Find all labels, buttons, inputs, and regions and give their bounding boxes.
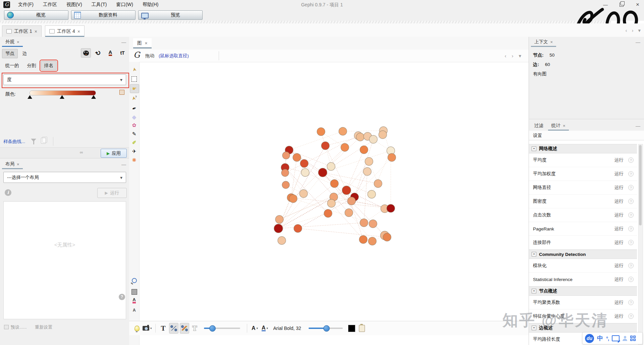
label-size-button[interactable]: tT (118, 49, 127, 57)
graph-node[interactable] (278, 236, 286, 245)
ime-user-icon[interactable] (623, 339, 627, 341)
help-icon[interactable]: ? (628, 226, 634, 231)
heatmap-diamond-tool[interactable]: ◆ (130, 113, 139, 121)
stats-run-button[interactable]: 运行 (614, 263, 624, 269)
graph-node[interactable] (368, 237, 376, 245)
chevron-down-icon[interactable]: ▾ (257, 327, 258, 330)
graph-node[interactable] (360, 219, 368, 227)
minimize-panel-icon[interactable]: — (121, 40, 126, 45)
layout-select[interactable]: ---选择一个布局 ▾ (3, 172, 126, 183)
edit-node-tool[interactable]: ➤? (130, 94, 139, 102)
direct-select-tool[interactable]: ➤ (130, 65, 139, 74)
graph-node[interactable] (363, 167, 371, 176)
close-tab-icon[interactable]: × (563, 123, 566, 128)
stats-section-header-0[interactable]: ▾网络概述 (529, 144, 637, 153)
stats-run-button[interactable]: 运行 (614, 157, 624, 163)
copy-appearance-icon[interactable] (41, 138, 46, 144)
drag-hint-link[interactable]: (鼠标选取直径) (159, 53, 189, 59)
tab-context[interactable]: 上下文 × (531, 38, 556, 46)
ime-keyboard-icon[interactable] (612, 335, 620, 341)
color-gradient-bar[interactable] (30, 90, 96, 95)
graph-node[interactable] (369, 135, 377, 143)
layout-info-icon[interactable]: i (5, 189, 11, 196)
graph-tab-scroll-chevron-2[interactable]: ▾ (519, 53, 521, 59)
drag-tool[interactable]: ☛ (130, 84, 139, 93)
label-size-mode-button[interactable]: A▾ (261, 323, 269, 333)
shortest-path-tool[interactable]: ✿ (130, 121, 139, 129)
stats-run-button[interactable]: 运行 (614, 212, 624, 218)
close-tab-icon[interactable]: × (17, 40, 19, 45)
workspace-tab-1[interactable]: 工作区 1× (2, 25, 42, 37)
label-color-mode-button[interactable]: A▾ (251, 323, 259, 333)
element-tab-边[interactable]: 边 (19, 49, 31, 58)
close-tab-icon[interactable]: × (550, 40, 553, 45)
help-icon[interactable]: ? (119, 294, 125, 300)
view-button-2[interactable]: 预览 (138, 10, 203, 20)
rectangle-select-tool[interactable] (130, 75, 139, 83)
graph-node[interactable] (369, 220, 377, 228)
collapse-icon[interactable]: ▾ (532, 252, 536, 257)
close-tab-icon[interactable]: × (77, 29, 80, 34)
reset-link[interactable]: 重新设置 (35, 324, 52, 330)
graph-node[interactable] (387, 204, 395, 212)
background-color-tool[interactable] (130, 288, 139, 296)
graph-node[interactable] (347, 197, 356, 205)
help-icon[interactable]: ? (628, 277, 634, 282)
graph-node[interactable] (339, 127, 347, 135)
mode-tab-分割[interactable]: 分割 (24, 61, 40, 70)
graph-node[interactable] (360, 146, 368, 154)
minimize-panel-icon[interactable]: — (636, 40, 640, 45)
stats-run-button[interactable]: 运行 (614, 185, 624, 191)
collapse-icon[interactable]: ▾ (532, 146, 536, 151)
graph-node[interactable] (318, 168, 327, 177)
graph-node[interactable] (317, 128, 325, 136)
tab-appearance[interactable]: 外观 × (2, 38, 23, 46)
help-icon[interactable]: ? (628, 157, 634, 163)
close-tab-icon[interactable]: × (35, 29, 37, 34)
filter-funnel-icon[interactable] (31, 139, 36, 142)
gradient-marker-right[interactable] (91, 95, 96, 99)
label-size-tool[interactable]: A (130, 306, 139, 314)
label-size-slider[interactable] (309, 328, 343, 329)
show-edge-labels-button[interactable]: T (191, 323, 199, 333)
reset-zoom-tool[interactable] (130, 276, 139, 285)
graph-node[interactable] (345, 209, 353, 217)
graph-node[interactable] (356, 133, 364, 141)
graph-node[interactable] (275, 215, 283, 223)
menu-item-2[interactable]: 视图(V) (62, 0, 86, 9)
presets-link[interactable]: 预设...... (11, 324, 27, 330)
airplane-tool[interactable]: ✈ (130, 147, 139, 155)
graph-node[interactable] (301, 168, 309, 177)
stats-run-button[interactable]: 运行 (614, 239, 624, 246)
slider-knob[interactable] (323, 325, 330, 332)
scrollbar[interactable] (638, 144, 643, 345)
tab-layout[interactable]: 布局 × (2, 160, 23, 168)
graph-node[interactable] (281, 169, 289, 177)
stats-run-button[interactable]: 运行 (614, 198, 624, 204)
ime-punctuation-toggle[interactable]: °, (606, 336, 609, 341)
highlighter-tool[interactable]: ✐ (130, 138, 139, 147)
help-icon[interactable]: ? (628, 199, 634, 204)
menu-item-5[interactable]: 帮助(H) (139, 0, 162, 9)
close-tab-icon[interactable]: × (17, 162, 19, 167)
graph-node[interactable] (359, 235, 367, 244)
graph-tab-scroll-chevron-1[interactable]: › (512, 53, 513, 59)
graph-node[interactable] (388, 153, 396, 161)
label-color-button[interactable]: A (106, 49, 115, 57)
tab-统计[interactable]: 统计× (548, 121, 569, 130)
splines-link[interactable]: 样条曲线... (3, 139, 25, 145)
size-button[interactable]: ↻ (94, 49, 103, 57)
font-color-button[interactable] (347, 323, 356, 333)
screenshot-button[interactable]: ▾ (143, 323, 152, 333)
menu-item-1[interactable]: 工作区 (39, 0, 61, 9)
stats-section-header-2[interactable]: ▾节点概述 (529, 286, 637, 296)
help-icon[interactable]: ? (628, 263, 634, 268)
show-node-labels-button[interactable]: T (159, 323, 168, 333)
baidu-ime-logo[interactable]: du (585, 334, 594, 343)
help-icon[interactable]: ? (628, 185, 634, 190)
show-edges-button[interactable] (169, 323, 178, 334)
graph-node[interactable] (374, 180, 382, 188)
menu-item-3[interactable]: 工具(T) (88, 0, 111, 9)
graph-node[interactable] (327, 199, 335, 207)
mode-tab-统一的[interactable]: 统一的 (2, 61, 22, 70)
